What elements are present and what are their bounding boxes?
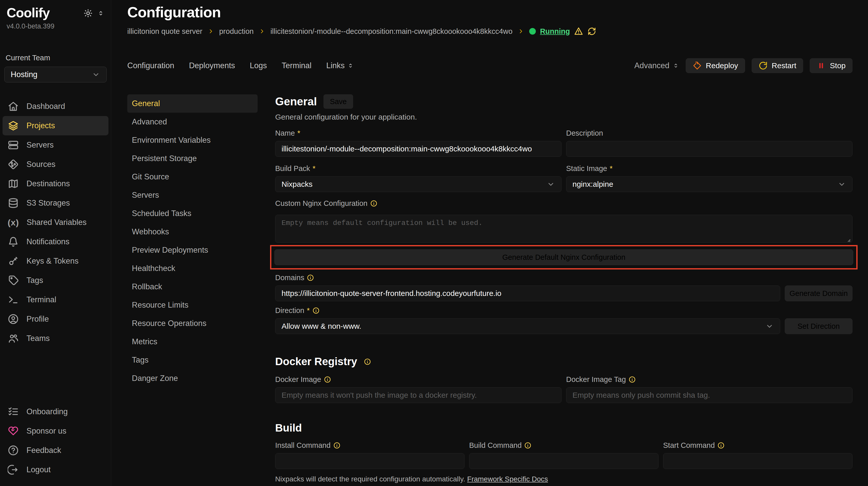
breadcrumb-application[interactable]: illicitestonion/-module--decomposition:m… — [270, 27, 513, 36]
tab-terminal[interactable]: Terminal — [282, 61, 312, 70]
sidebar-item-sources[interactable]: Sources — [3, 155, 108, 174]
subnav-git-source[interactable]: Git Source — [127, 168, 257, 186]
subnav-healthcheck[interactable]: Healthcheck — [127, 259, 257, 278]
theme-selector-updown-icon[interactable] — [97, 10, 104, 17]
sidebar-item-tags[interactable]: Tags — [3, 271, 108, 290]
chevron-down-icon — [92, 70, 100, 79]
subnav-rollback[interactable]: Rollback — [127, 278, 257, 296]
info-icon — [307, 274, 314, 282]
stop-label: Stop — [830, 61, 846, 70]
sidebar-item-projects[interactable]: Projects — [3, 116, 108, 135]
install-command-label: Install Command — [275, 441, 331, 450]
tab-links[interactable]: Links — [326, 61, 354, 70]
description-label: Description — [566, 129, 603, 137]
subnav-preview-deployments[interactable]: Preview Deployments — [127, 241, 257, 259]
generate-domain-button[interactable]: Generate Domain — [785, 286, 852, 301]
sidebar-item-onboarding[interactable]: Onboarding — [3, 402, 108, 421]
info-icon — [370, 200, 377, 207]
sidebar-item-logout[interactable]: Logout — [3, 460, 108, 479]
restart-button[interactable]: Restart — [752, 58, 803, 73]
set-direction-button[interactable]: Set Direction — [785, 318, 852, 334]
subnav-resource-operations[interactable]: Resource Operations — [127, 314, 257, 332]
sidebar-footer: Onboarding Sponsor us Feedback Logout — [0, 402, 111, 479]
save-button[interactable]: Save — [323, 94, 353, 109]
updown-icon — [347, 62, 354, 69]
sidebar-item-teams[interactable]: Teams — [3, 329, 108, 348]
build-command-input[interactable] — [469, 453, 658, 469]
advanced-menu[interactable]: Advanced — [634, 61, 679, 70]
sidebar-item-terminal[interactable]: Terminal — [3, 290, 108, 310]
domains-input[interactable] — [275, 286, 780, 301]
chevron-right-icon — [518, 28, 524, 35]
subnav-environment-variables[interactable]: Environment Variables — [127, 131, 257, 149]
subnav-advanced[interactable]: Advanced — [127, 113, 257, 131]
tab-configuration[interactable]: Configuration — [127, 61, 174, 70]
team-select[interactable]: Hosting — [4, 67, 107, 83]
subnav-danger-zone[interactable]: Danger Zone — [127, 369, 257, 388]
info-icon — [717, 442, 725, 449]
direction-select[interactable]: Allow www & non-www. — [275, 318, 780, 334]
annotation-highlight-box: Generate Default Nginx Configuration — [270, 245, 858, 269]
subnav-servers[interactable]: Servers — [127, 186, 257, 204]
subnav-persistent-storage[interactable]: Persistent Storage — [127, 149, 257, 168]
subnav-webhooks[interactable]: Webhooks — [127, 223, 257, 241]
general-form: General Save General configuration for y… — [275, 94, 852, 486]
build-pack-select[interactable]: Nixpacks — [275, 176, 561, 192]
sidebar-item-label: Sources — [27, 160, 56, 169]
subnav-metrics[interactable]: Metrics — [127, 332, 257, 351]
sidebar-item-keys-tokens[interactable]: Keys & Tokens — [3, 251, 108, 271]
warning-icon — [574, 27, 583, 36]
framework-docs-link[interactable]: Framework Specific Docs — [467, 475, 548, 483]
sidebar-item-servers[interactable]: Servers — [3, 135, 108, 155]
stop-button[interactable]: Stop — [810, 58, 852, 73]
subnav-tags[interactable]: Tags — [127, 351, 257, 369]
static-image-value: nginx:alpine — [572, 180, 613, 189]
generate-nginx-config-button[interactable]: Generate Default Nginx Configuration — [274, 249, 853, 265]
breadcrumb-project[interactable]: illicitonion quote server — [127, 27, 203, 36]
info-icon — [333, 442, 341, 449]
sidebar-item-notifications[interactable]: Notifications — [3, 232, 108, 251]
sidebar-item-sponsor-us[interactable]: Sponsor us — [3, 421, 108, 441]
custom-nginx-textarea[interactable] — [275, 215, 852, 243]
sidebar-item-destinations[interactable]: Destinations — [3, 174, 108, 193]
restart-icon — [758, 61, 768, 70]
key-icon — [8, 256, 19, 267]
nixpacks-note: Nixpacks will detect the required config… — [275, 475, 465, 483]
breadcrumb-environment[interactable]: production — [219, 27, 253, 36]
name-input[interactable] — [275, 141, 561, 157]
refresh-icon[interactable] — [587, 27, 596, 36]
docker-image-label: Docker Image — [275, 375, 321, 384]
start-command-input[interactable] — [663, 453, 852, 469]
home-icon — [8, 101, 19, 112]
docker-image-tag-input[interactable] — [566, 387, 852, 403]
subnav-general[interactable]: General — [127, 94, 257, 113]
redeploy-button[interactable]: Redeploy — [686, 58, 745, 73]
description-input[interactable] — [566, 141, 852, 157]
sidebar-item-feedback[interactable]: Feedback — [3, 441, 108, 460]
heart-hands-icon — [8, 425, 19, 436]
tab-logs[interactable]: Logs — [250, 61, 267, 70]
advanced-label: Advanced — [634, 61, 670, 70]
name-label: Name — [275, 129, 295, 137]
git-source-icon — [8, 159, 19, 170]
resize-grip-icon[interactable] — [844, 236, 851, 242]
theme-toggle-sun-icon[interactable] — [84, 9, 93, 18]
user-circle-icon — [8, 314, 19, 325]
subnav-scheduled-tasks[interactable]: Scheduled Tasks — [127, 204, 257, 223]
breadcrumb: illicitonion quote server production ill… — [127, 27, 852, 36]
tag-icon — [8, 275, 19, 286]
map-icon — [8, 178, 19, 189]
custom-nginx-label: Custom Nginx Configuration — [275, 199, 368, 207]
docker-image-input[interactable] — [275, 387, 561, 403]
sidebar-item-dashboard[interactable]: Dashboard — [3, 97, 108, 116]
sidebar-item-s3-storages[interactable]: S3 Storages — [3, 193, 108, 213]
subnav-resource-limits[interactable]: Resource Limits — [127, 296, 257, 314]
install-command-input[interactable] — [275, 453, 465, 469]
tab-deployments[interactable]: Deployments — [189, 61, 235, 70]
status-running-link[interactable]: Running — [540, 27, 570, 36]
sidebar-item-profile[interactable]: Profile — [3, 310, 108, 329]
layers-icon — [8, 120, 19, 131]
sidebar-item-shared-variables[interactable]: (x)Shared Variables — [3, 213, 108, 232]
chevron-right-icon — [208, 28, 214, 35]
static-image-select[interactable]: nginx:alpine — [566, 176, 852, 192]
